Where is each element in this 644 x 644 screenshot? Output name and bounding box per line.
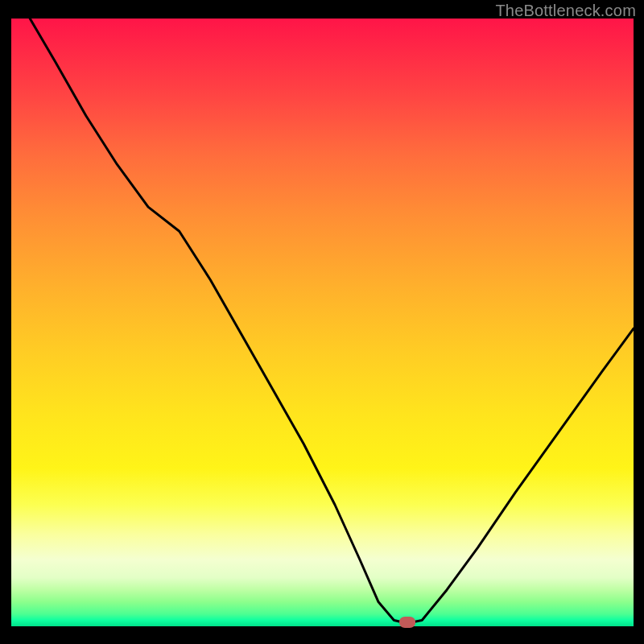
watermark-text: TheBottleneck.com xyxy=(495,2,636,20)
bottleneck-curve xyxy=(11,19,634,626)
optimal-point-marker xyxy=(399,617,415,628)
plot-area xyxy=(11,19,634,626)
chart-stage: TheBottleneck.com xyxy=(0,0,644,644)
